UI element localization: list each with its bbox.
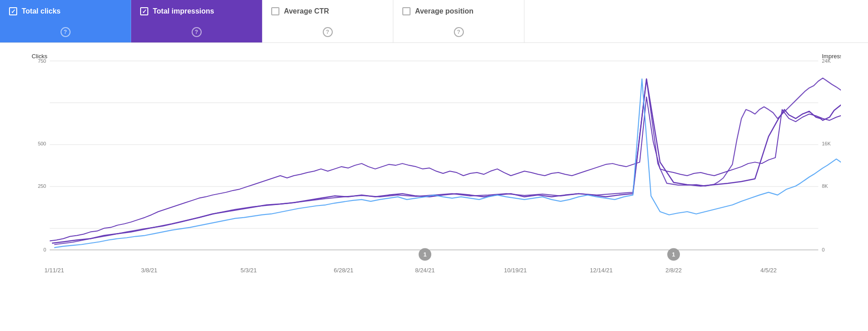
x-label-7: 12/14/21 (590, 267, 613, 274)
svg-text:8K: 8K (822, 183, 828, 189)
svg-text:250: 250 (38, 183, 46, 189)
clicks-help-icon[interactable]: ? (61, 27, 71, 37)
metric-impressions-header: Total impressions (140, 7, 253, 15)
ctr-label: Average CTR (284, 7, 329, 15)
metric-tab-position[interactable]: Average position ? (393, 0, 524, 42)
metric-position-header: Average position (402, 7, 515, 15)
chart-area: 750 500 250 0 Clicks 24K 16K 8K 0 Impres… (0, 43, 868, 331)
annotation-2-text: 1 (672, 251, 675, 258)
clicks-help: ? (9, 27, 122, 37)
position-checkbox[interactable] (402, 7, 410, 15)
svg-text:0: 0 (43, 247, 46, 252)
metric-tab-clicks[interactable]: Total clicks ? (0, 0, 131, 42)
clicks-data (54, 79, 841, 248)
x-label-9: 4/5/22 (760, 267, 777, 274)
metric-tab-impressions[interactable]: Total impressions ? (131, 0, 262, 42)
metric-clicks-header: Total clicks (9, 7, 122, 15)
impressions-line-main (52, 79, 841, 243)
position-help-icon[interactable]: ? (454, 27, 464, 37)
svg-text:500: 500 (38, 141, 46, 146)
svg-text:0: 0 (822, 247, 825, 252)
x-label-8: 2/8/22 (665, 267, 682, 274)
metric-tab-ctr[interactable]: Average CTR ? (262, 0, 393, 42)
impressions-line (50, 88, 841, 241)
x-label-3: 5/3/21 (241, 267, 257, 274)
x-label-2: 3/8/21 (141, 267, 157, 274)
impressions-data (54, 74, 841, 245)
ctr-checkbox[interactable] (271, 7, 279, 15)
x-label-6: 10/19/21 (504, 267, 527, 274)
clicks-label: Total clicks (22, 7, 61, 15)
svg-text:Clicks: Clicks (32, 53, 47, 60)
x-label-1: 1/11/21 (44, 267, 64, 274)
svg-text:16K: 16K (822, 141, 831, 146)
position-help: ? (402, 27, 515, 37)
metrics-bar: Total clicks ? Total impressions ? Avera… (0, 0, 868, 43)
position-label: Average position (415, 7, 473, 15)
x-label-4: 6/28/21 (334, 267, 353, 274)
x-label-5: 8/24/21 (415, 267, 434, 274)
svg-text:Impressions: Impressions (822, 53, 841, 60)
clicks-checkbox[interactable] (9, 7, 17, 15)
chart-svg: 750 500 250 0 Clicks 24K 16K 8K 0 Impres… (27, 52, 841, 304)
impressions-label: Total impressions (153, 7, 214, 15)
ctr-help-icon[interactable]: ? (323, 27, 333, 37)
annotation-1-text: 1 (423, 251, 426, 258)
impressions-checkbox[interactable] (140, 7, 148, 15)
impressions-help: ? (140, 27, 253, 37)
impressions-help-icon[interactable]: ? (192, 27, 202, 37)
metric-ctr-header: Average CTR (271, 7, 384, 15)
ctr-help: ? (271, 27, 384, 37)
